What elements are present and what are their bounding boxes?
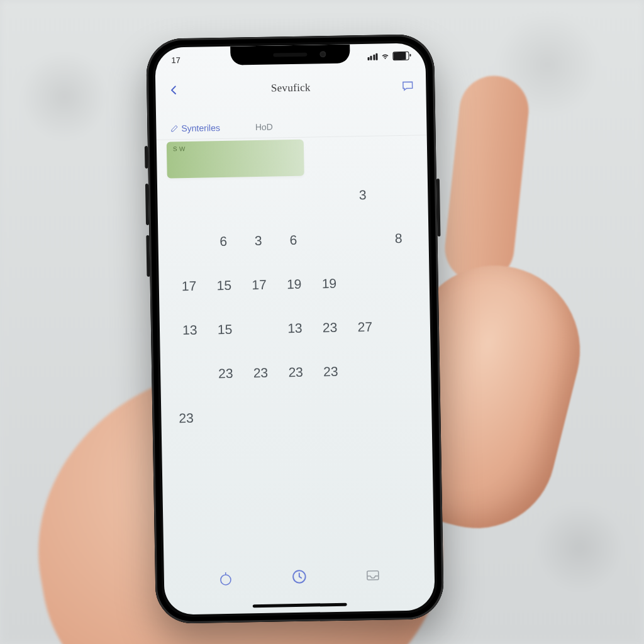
day-cell[interactable]: 13 — [172, 317, 208, 343]
day-cell[interactable]: 8 — [380, 226, 416, 252]
day-cell[interactable] — [349, 402, 384, 428]
day-cell[interactable] — [311, 227, 346, 253]
page-title: Sevufick — [271, 82, 311, 95]
day-cell[interactable]: 19 — [277, 272, 312, 297]
day-cell[interactable]: 23 — [278, 360, 313, 386]
status-right — [367, 52, 409, 61]
mute-switch — [145, 146, 148, 169]
calendar-grid[interactable]: 3 6 3 6 8 17 15 17 19 19 13 15 13 23 27 — [170, 182, 419, 431]
day-cell[interactable] — [275, 184, 310, 209]
wifi-icon — [380, 52, 389, 60]
event-highlight[interactable]: S W — [167, 140, 304, 179]
day-cell[interactable] — [382, 314, 418, 340]
day-cell[interactable] — [170, 229, 206, 255]
day-cell[interactable] — [173, 361, 208, 387]
notch — [230, 44, 350, 65]
day-cell[interactable]: 15 — [207, 316, 242, 342]
day-cell[interactable]: 23 — [208, 360, 243, 386]
tab-today[interactable] — [216, 569, 236, 588]
day-cell[interactable]: 17 — [171, 273, 206, 299]
tab-secondary[interactable]: HoD — [255, 122, 273, 132]
tab-active[interactable]: Synteriles — [170, 123, 220, 133]
day-cell[interactable]: 15 — [206, 272, 242, 298]
day-cell[interactable]: 6 — [275, 228, 311, 253]
segmented-tabs: Synteriles HoD — [156, 113, 427, 140]
day-cell[interactable] — [244, 404, 279, 430]
iphone-frame: 17 Sevufick — [146, 34, 444, 624]
day-cell[interactable] — [380, 182, 415, 208]
day-cell[interactable] — [384, 402, 419, 428]
compose-icon — [170, 124, 179, 133]
tab-active-label: Synteriles — [181, 123, 220, 133]
day-cell[interactable] — [209, 404, 244, 430]
volume-up-button — [145, 184, 149, 225]
tab-inbox[interactable] — [363, 566, 382, 586]
day-cell[interactable] — [347, 270, 382, 296]
day-cell[interactable] — [242, 316, 277, 341]
day-cell[interactable] — [382, 270, 417, 296]
back-button[interactable] — [164, 80, 184, 100]
day-cell[interactable] — [205, 184, 240, 210]
chat-icon[interactable] — [399, 78, 416, 94]
day-cell[interactable] — [279, 403, 314, 429]
day-cell[interactable] — [170, 185, 205, 211]
day-cell[interactable]: 3 — [241, 228, 276, 254]
tab-calendar[interactable] — [290, 567, 309, 587]
day-cell[interactable]: 23 — [174, 405, 209, 431]
day-cell[interactable] — [310, 183, 345, 209]
day-cell[interactable]: 23 — [313, 359, 348, 385]
day-cell[interactable] — [240, 184, 275, 210]
event-highlight-label: S W — [173, 143, 304, 153]
volume-down-button — [146, 235, 150, 277]
cellular-icon — [367, 53, 378, 60]
nav-bar: Sevufick — [155, 70, 426, 105]
day-cell[interactable]: 23 — [243, 360, 278, 386]
tab-bar — [164, 557, 435, 596]
day-cell[interactable] — [383, 358, 418, 384]
home-indicator[interactable] — [253, 603, 347, 608]
day-cell[interactable] — [314, 403, 349, 429]
day-cell[interactable]: 3 — [345, 182, 380, 208]
svg-rect-1 — [367, 571, 378, 580]
day-cell[interactable]: 13 — [277, 316, 313, 341]
day-cell[interactable]: 17 — [242, 272, 277, 298]
day-cell[interactable]: 6 — [206, 228, 241, 254]
day-cell[interactable] — [346, 226, 381, 252]
battery-icon — [392, 52, 409, 60]
day-cell[interactable]: 27 — [347, 314, 382, 340]
day-cell[interactable] — [348, 358, 383, 384]
day-cell[interactable]: 19 — [311, 271, 347, 297]
day-cell[interactable]: 23 — [312, 315, 347, 341]
status-time: 17 — [171, 55, 180, 65]
screen: 17 Sevufick — [155, 43, 435, 614]
